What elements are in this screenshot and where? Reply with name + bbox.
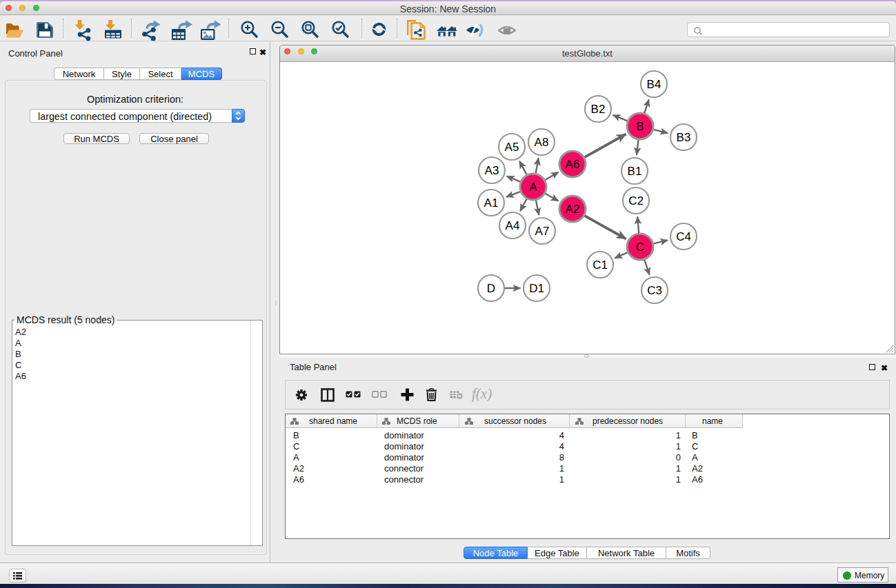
svg-text:A8: A8 xyxy=(535,136,549,149)
svg-text:B: B xyxy=(636,120,644,133)
svg-text:A6: A6 xyxy=(566,158,580,171)
svg-text:A2: A2 xyxy=(566,203,580,216)
svg-text:B3: B3 xyxy=(677,131,691,144)
svg-text:B2: B2 xyxy=(591,103,606,116)
svg-text:B4: B4 xyxy=(647,78,661,91)
svg-text:C2: C2 xyxy=(628,194,644,207)
svg-text:A3: A3 xyxy=(485,164,499,177)
svg-text:D: D xyxy=(487,282,495,295)
svg-text:A: A xyxy=(529,181,537,194)
svg-text:C3: C3 xyxy=(647,284,662,297)
svg-text:B1: B1 xyxy=(628,165,642,178)
svg-text:A1: A1 xyxy=(484,196,499,210)
svg-text:C4: C4 xyxy=(676,230,691,243)
svg-text:A5: A5 xyxy=(505,141,519,154)
svg-text:D1: D1 xyxy=(529,282,544,295)
svg-text:A4: A4 xyxy=(506,219,520,232)
svg-text:C1: C1 xyxy=(593,258,608,272)
svg-text:A7: A7 xyxy=(535,225,550,238)
svg-text:C: C xyxy=(636,241,644,254)
